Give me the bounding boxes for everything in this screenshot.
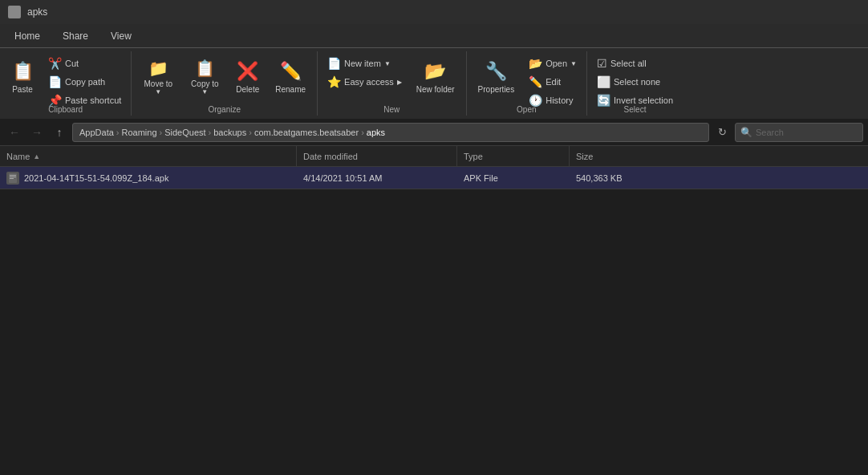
sort-arrow: ▲: [33, 152, 40, 160]
organize-group: 📁 Move to ▼ 📋 Copy to ▼ ❌ Delete ✏️ Rena…: [132, 51, 318, 116]
delete-icon: ❌: [237, 61, 258, 82]
copy-to-button[interactable]: 📋 Copy to ▼: [183, 51, 226, 103]
open-label: Open: [517, 105, 536, 114]
invert-icon: 🔄: [597, 94, 610, 107]
file-name-cell: 2021-04-14T15-51-54.099Z_184.apk: [0, 172, 297, 185]
ribbon: 📋 Paste ✂️ Cut 📄 Copy path 📌 Paste short…: [0, 48, 868, 119]
organize-label: Organize: [208, 105, 241, 114]
open-button[interactable]: 📂 Open ▼: [524, 55, 582, 72]
tab-view[interactable]: View: [99, 27, 143, 45]
title-bar: apks: [0, 0, 868, 24]
tab-home[interactable]: Home: [3, 27, 51, 45]
copy-to-icon: 📋: [195, 59, 215, 78]
search-bar[interactable]: 🔍 Search: [735, 123, 863, 142]
svg-rect-1: [10, 175, 16, 176]
properties-icon: 🔧: [485, 61, 507, 82]
new-item-icon: 📄: [327, 57, 341, 70]
crumb-apks[interactable]: apks: [367, 128, 385, 137]
col-type[interactable]: Type: [457, 146, 570, 166]
new-label: New: [383, 105, 400, 114]
move-to-icon: 📁: [148, 59, 168, 78]
svg-rect-3: [10, 178, 14, 179]
clipboard-group: 📋 Paste ✂️ Cut 📄 Copy path 📌 Paste short…: [0, 51, 132, 116]
refresh-button[interactable]: ↻: [712, 123, 732, 142]
select-group: ☑ Select all ⬜ Select none 🔄 Invert sele…: [587, 51, 683, 116]
col-size[interactable]: Size: [570, 146, 868, 166]
new-folder-icon: 📂: [424, 61, 446, 82]
col-date[interactable]: Date modified: [297, 146, 457, 166]
new-folder-button[interactable]: 📂 New folder: [410, 51, 461, 103]
copy-col: ✂️ Cut 📄 Copy path 📌 Paste shortcut: [43, 51, 126, 109]
forward-button[interactable]: →: [27, 123, 47, 142]
rename-button[interactable]: ✏️ Rename: [269, 51, 312, 103]
select-none-button[interactable]: ⬜ Select none: [592, 73, 678, 91]
new-item-button[interactable]: 📄 New item ▼: [322, 55, 407, 72]
address-bar-row: ← → ↑ AppData › Roaming › SideQuest › ba…: [0, 119, 868, 146]
apk-icon: [6, 172, 19, 185]
crumb-appdata[interactable]: AppData: [79, 128, 114, 137]
file-size-cell: 540,363 KB: [570, 173, 868, 183]
new-col: 📄 New item ▼ ⭐ Easy access ▶: [322, 51, 407, 91]
file-area: Name ▲ Date modified Type Size 2021-04-1…: [0, 146, 868, 189]
window-icon: [8, 6, 21, 18]
paste-button[interactable]: 📋 Paste: [5, 51, 40, 103]
delete-button[interactable]: ❌ Delete: [229, 51, 266, 103]
tab-share[interactable]: Share: [51, 27, 99, 45]
select-label: Select: [624, 105, 647, 114]
file-header: Name ▲ Date modified Type Size: [0, 146, 868, 167]
cut-button[interactable]: ✂️ Cut: [43, 55, 126, 72]
address-bar[interactable]: AppData › Roaming › SideQuest › backups …: [72, 123, 709, 142]
col-name[interactable]: Name ▲: [0, 146, 297, 166]
search-placeholder: Search: [756, 128, 784, 137]
crumb-sidequest[interactable]: SideQuest: [164, 128, 205, 137]
easy-access-icon: ⭐: [327, 75, 341, 88]
open-icon: 📂: [529, 57, 542, 70]
new-group: 📄 New item ▼ ⭐ Easy access ▶ 📂 New folde…: [318, 51, 467, 116]
paste-icon: 📋: [12, 61, 34, 82]
back-button[interactable]: ←: [5, 123, 24, 142]
edit-icon: ✏️: [529, 75, 542, 88]
select-all-icon: ☑: [597, 57, 607, 70]
open-group: 🔧 Properties 📂 Open ▼ ✏️ Edit 🕐 History: [467, 51, 587, 116]
properties-button[interactable]: 🔧 Properties: [472, 51, 521, 103]
up-button[interactable]: ↑: [50, 123, 69, 142]
file-type-cell: APK File: [457, 173, 570, 183]
cut-icon: ✂️: [48, 57, 62, 70]
select-all-button[interactable]: ☑ Select all: [592, 55, 678, 72]
file-date-cell: 4/14/2021 10:51 AM: [297, 173, 457, 183]
select-none-icon: ⬜: [597, 75, 610, 88]
search-icon: 🔍: [740, 127, 752, 138]
crumb-beatsaber[interactable]: com.beatgames.beatsaber: [254, 128, 359, 137]
window-title: apks: [27, 6, 47, 18]
copy-path-icon: 📄: [48, 75, 62, 88]
move-to-button[interactable]: 📁 Move to ▼: [136, 51, 180, 103]
open-col: 📂 Open ▼ ✏️ Edit 🕐 History: [524, 51, 582, 109]
crumb-backups[interactable]: backups: [213, 128, 246, 137]
edit-button[interactable]: ✏️ Edit: [524, 73, 582, 91]
table-row[interactable]: 2021-04-14T15-51-54.099Z_184.apk 4/14/20…: [0, 167, 868, 189]
copy-path-button[interactable]: 📄 Copy path: [43, 73, 126, 91]
rename-icon: ✏️: [280, 61, 302, 82]
easy-access-button[interactable]: ⭐ Easy access ▶: [322, 73, 407, 91]
crumb-roaming[interactable]: Roaming: [121, 128, 156, 137]
svg-rect-2: [10, 177, 16, 177]
clipboard-label: Clipboard: [48, 105, 83, 114]
ribbon-tab-bar: Home Share View: [0, 24, 868, 48]
select-col: ☑ Select all ⬜ Select none 🔄 Invert sele…: [592, 51, 678, 109]
